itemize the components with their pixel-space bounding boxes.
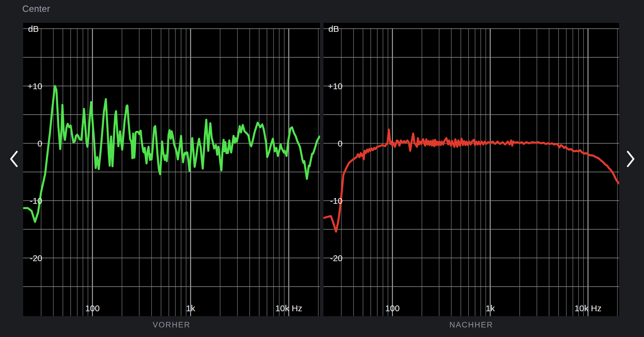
y-tick-label: 0 (37, 139, 42, 148)
y-axis-unit-label: dB (328, 24, 339, 34)
x-tick-label: 100 (85, 303, 100, 313)
y-tick-label: 0 (338, 139, 343, 148)
after-caption: NACHHER (323, 320, 619, 329)
x-tick-label: 100 (385, 303, 400, 313)
y-axis-unit-label: dB (28, 24, 39, 34)
y-tick-label: -20 (330, 253, 343, 263)
x-tick-label: 1k (486, 303, 495, 313)
x-tick-label: 1k (186, 303, 195, 313)
measurement-viewer: Center dB+100-10-201001k10k Hz dB+100-10… (0, 0, 644, 337)
before-caption: VORHER (23, 320, 320, 329)
y-tick-label: +10 (328, 81, 343, 91)
y-tick-label: -20 (30, 253, 42, 263)
chart-background (23, 23, 320, 316)
y-tick-label: -10 (30, 196, 42, 206)
chevron-right-icon (625, 150, 636, 168)
x-tick-label: 10k Hz (575, 303, 601, 313)
next-channel-button[interactable] (622, 148, 639, 170)
y-tick-label: -10 (330, 196, 343, 206)
after-chart-svg: dB+100-10-201001k10k Hz (323, 23, 619, 316)
after-chart-panel: dB+100-10-201001k10k Hz (323, 23, 619, 316)
prev-channel-button[interactable] (5, 148, 23, 170)
page-title: Center (22, 4, 50, 14)
y-tick-label: +10 (28, 81, 42, 91)
chevron-left-icon (8, 150, 19, 168)
before-chart-svg: dB+100-10-201001k10k Hz (23, 23, 320, 316)
before-chart-panel: dB+100-10-201001k10k Hz (23, 23, 320, 316)
chart-background (323, 23, 619, 316)
x-tick-label: 10k Hz (275, 303, 302, 313)
